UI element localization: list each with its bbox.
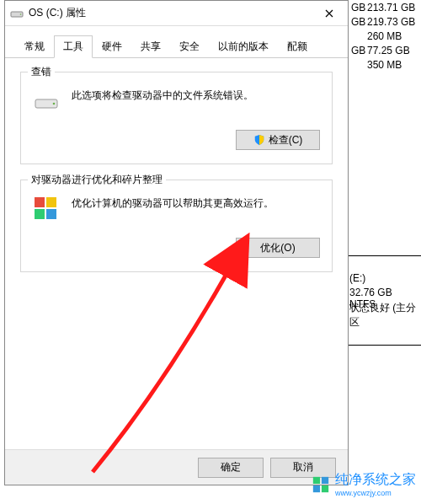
ok-button[interactable]: 确定 (198, 458, 264, 478)
bg-unit-2: GB (351, 16, 365, 28)
group-defrag-title: 对驱动器进行优化和碎片整理 (28, 173, 166, 187)
tab-previous-versions[interactable]: 以前的版本 (209, 35, 278, 58)
check-button[interactable]: 检查(C) (236, 130, 320, 150)
bg-size-5: 350 MB (367, 59, 402, 71)
tab-general[interactable]: 常规 (15, 35, 54, 58)
watermark-logo-icon (312, 475, 330, 494)
tab-tools[interactable]: 工具 (54, 35, 93, 58)
bg-drive-e-label: (E:) (349, 272, 365, 284)
svg-rect-10 (313, 485, 320, 491)
svg-rect-8 (313, 476, 320, 483)
check-button-label: 检查(C) (269, 133, 303, 147)
titlebar[interactable]: OS (C:) 属性 (5, 1, 348, 26)
drive-icon (10, 7, 24, 20)
bg-size-1: 213.71 GB (367, 2, 415, 13)
close-button[interactable] (311, 1, 348, 26)
tab-pane: 查错 此选项将检查驱动器中的文件系统错误。 检查(C) 对驱动 (5, 58, 348, 301)
dialog-title: OS (C:) 属性 (29, 6, 86, 20)
dialog-footer: 确定 取消 (5, 449, 348, 485)
tab-sharing[interactable]: 共享 (131, 35, 170, 58)
group-check-desc: 此选项将检查驱动器中的文件系统错误。 (72, 88, 253, 103)
svg-rect-5 (46, 197, 56, 207)
drive-check-icon (33, 88, 60, 115)
group-check-title: 查错 (28, 65, 55, 79)
bg-unit-4: GB (351, 45, 365, 56)
svg-rect-4 (35, 197, 45, 207)
tab-security[interactable]: 安全 (170, 35, 209, 58)
svg-point-3 (53, 103, 56, 105)
svg-point-1 (20, 13, 22, 15)
tab-quota[interactable]: 配额 (278, 35, 317, 58)
svg-rect-7 (46, 209, 56, 219)
shield-icon (253, 134, 265, 146)
properties-dialog: OS (C:) 属性 常规 工具 硬件 共享 安全 以前的版本 配额 查错 此选… (4, 0, 349, 485)
svg-rect-6 (35, 209, 45, 219)
bg-size-3: 260 MB (367, 30, 402, 42)
bg-size-4: 77.25 GB (367, 45, 410, 56)
tab-bar: 常规 工具 硬件 共享 安全 以前的版本 配额 (5, 26, 348, 58)
watermark-text: 纯净系统之家 (335, 471, 416, 489)
watermark-url: www.ycwzjy.com (335, 489, 416, 497)
svg-rect-9 (322, 476, 328, 483)
optimize-button-label: 优化(O) (260, 241, 295, 255)
group-defrag: 对驱动器进行优化和碎片整理 优化计算机的驱动器可以帮助其更高效运行。 优化(O) (20, 180, 333, 272)
group-check-errors: 查错 此选项将检查驱动器中的文件系统错误。 检查(C) (20, 72, 333, 164)
close-icon (325, 9, 333, 18)
watermark: 纯净系统之家 www.ycwzjy.com (312, 471, 416, 497)
svg-rect-11 (322, 485, 328, 491)
defrag-icon (33, 196, 60, 223)
group-defrag-desc: 优化计算机的驱动器可以帮助其更高效运行。 (72, 196, 274, 211)
bg-drive-e-status: 状态良好 (主分区 (349, 301, 421, 330)
bg-size-2: 219.73 GB (367, 16, 415, 28)
optimize-button[interactable]: 优化(O) (236, 238, 320, 258)
tab-hardware[interactable]: 硬件 (93, 35, 131, 58)
bg-unit-1: GB (351, 2, 365, 13)
